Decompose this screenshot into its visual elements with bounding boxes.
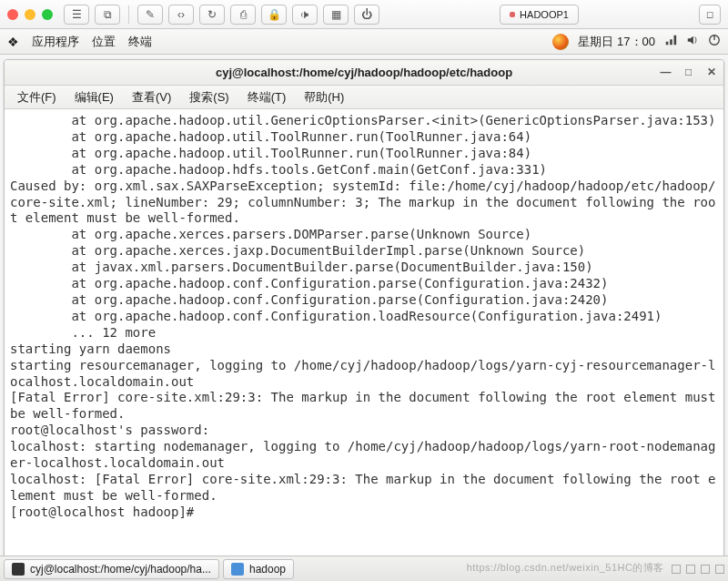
menu-search[interactable]: 搜索(S) — [182, 87, 236, 108]
close-traffic-light[interactable] — [7, 9, 18, 20]
close-button[interactable]: ✕ — [704, 65, 718, 78]
terminal-menubar: 文件(F) 编辑(E) 查看(V) 搜索(S) 终端(T) 帮助(H) — [5, 86, 723, 109]
network-icon[interactable] — [664, 34, 677, 49]
toolbar-print-icon[interactable]: ⎙ — [230, 5, 256, 25]
volume-icon[interactable] — [686, 34, 699, 49]
menu-edit[interactable]: 编辑(E) — [67, 87, 121, 108]
window-titlebar[interactable]: cyj@localhost:/home/cyj/hadoop/hadoop/et… — [5, 60, 723, 86]
minimize-traffic-light[interactable] — [25, 9, 35, 20]
zoom-traffic-light[interactable] — [42, 9, 53, 20]
toolbar-button-2[interactable]: ⧉ — [95, 5, 120, 25]
vm-tab-icon — [510, 12, 515, 17]
watermark: https://blog.csdn.net/weixin_51HC的博客 — [467, 561, 664, 575]
workspace-3[interactable] — [701, 565, 710, 574]
taskbar-item-label: hadoop — [249, 563, 286, 576]
terminal-menu[interactable]: 终端 — [128, 34, 152, 50]
toolbar-power-icon[interactable]: ⏻ — [354, 5, 379, 25]
toolbar-expand-icon[interactable]: ◻ — [699, 5, 721, 25]
toolbar-reload-icon[interactable]: ↻ — [199, 5, 225, 25]
taskbar-item-terminal[interactable]: cyj@localhost:/home/cyj/hadoop/ha... — [4, 559, 219, 579]
terminal-icon — [12, 563, 25, 576]
minimize-button[interactable]: — — [659, 65, 672, 78]
menu-view[interactable]: 查看(V) — [125, 87, 178, 108]
toolbar-code-icon[interactable]: ‹› — [168, 5, 194, 25]
toolbar-button-1[interactable]: ☰ — [64, 5, 89, 25]
taskbar-tray — [672, 565, 724, 574]
vm-tab-label: HADOOP1 — [520, 9, 569, 20]
window-title: cyj@localhost:/home/cyj/hadoop/hadoop/et… — [216, 66, 512, 79]
taskbar-item-label: cyj@localhost:/home/cyj/hadoop/ha... — [30, 563, 211, 576]
gnome-top-panel: ❖ 应用程序 位置 终端 星期日 17：00 — [0, 29, 728, 55]
menu-help[interactable]: 帮助(H) — [297, 87, 351, 108]
firefox-icon[interactable] — [552, 34, 569, 50]
toolbar-grid-icon[interactable]: ▦ — [323, 5, 349, 25]
toolbar-lock-icon[interactable]: 🔒 — [261, 5, 287, 25]
toolbar-wrench-icon[interactable]: ✎ — [137, 5, 163, 25]
maximize-button[interactable]: □ — [682, 65, 695, 78]
menu-file[interactable]: 文件(F) — [10, 87, 64, 108]
power-icon[interactable] — [708, 34, 721, 49]
workspace-4[interactable] — [715, 565, 724, 574]
traffic-lights — [7, 9, 53, 20]
vm-tab[interactable]: HADOOP1 — [500, 5, 579, 25]
mac-toolbar: ☰ ⧉ ✎ ‹› ↻ ⎙ 🔒 🕩 ▦ ⏻ HADOOP1 ◻ — [0, 0, 728, 29]
terminal-output[interactable]: at org.apache.hadoop.util.GenericOptions… — [5, 109, 723, 557]
folder-icon — [231, 563, 244, 576]
workspace-1[interactable] — [672, 565, 681, 574]
workspace-2[interactable] — [686, 565, 695, 574]
toolbar-sound-icon[interactable]: 🕩 — [292, 5, 318, 25]
places-menu[interactable]: 位置 — [92, 34, 116, 50]
panel-clock[interactable]: 星期日 17：00 — [578, 34, 655, 50]
taskbar-item-files[interactable]: hadoop — [223, 559, 294, 579]
menu-terminal[interactable]: 终端(T) — [240, 87, 294, 108]
separator — [128, 5, 129, 24]
terminal-window: cyj@localhost:/home/cyj/hadoop/hadoop/et… — [4, 59, 724, 558]
applications-menu[interactable]: 应用程序 — [32, 34, 79, 50]
applications-icon: ❖ — [7, 35, 19, 49]
